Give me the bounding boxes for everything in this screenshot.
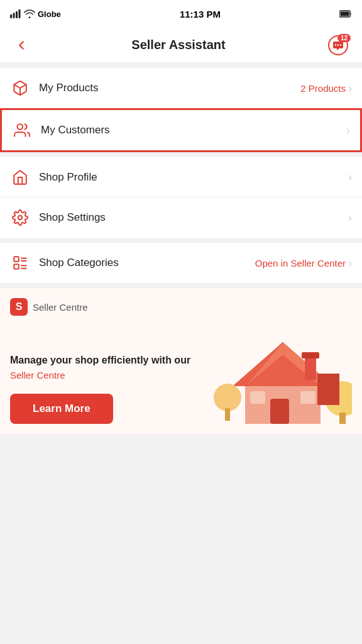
svg-point-12 — [18, 216, 23, 220]
box-icon — [10, 78, 30, 98]
status-left: Globe — [10, 9, 61, 19]
categories-icon — [10, 253, 30, 273]
chevron-right-icon: › — [348, 170, 352, 184]
chevron-right-icon: › — [348, 82, 352, 95]
shop-icon — [10, 167, 30, 187]
svg-rect-5 — [340, 12, 349, 16]
chat-button[interactable]: 12 — [324, 31, 352, 59]
seller-centre-content: Manage your shop efficiently with our Se… — [10, 353, 214, 424]
status-bar: Globe 11:13 PM — [0, 0, 362, 28]
products-section: My Products 2 Products › — [0, 68, 362, 108]
seller-centre-header-label: Seller Centre — [33, 302, 88, 313]
back-button[interactable] — [10, 34, 33, 57]
svg-rect-31 — [317, 374, 339, 405]
chat-badge: 12 — [337, 34, 351, 42]
svg-rect-2 — [16, 11, 18, 18]
svg-rect-13 — [14, 257, 19, 262]
open-seller-center-text: Open in Seller Center — [255, 258, 346, 269]
shop-settings-chevron: › — [348, 211, 352, 225]
signal-icon — [10, 9, 21, 18]
svg-rect-24 — [300, 391, 315, 404]
svg-rect-28 — [225, 408, 230, 421]
shop-profile-item[interactable]: Shop Profile › — [0, 157, 362, 197]
shop-profile-chevron: › — [348, 170, 352, 184]
shop-categories-right: Open in Seller Center › — [255, 257, 352, 270]
svg-rect-26 — [302, 352, 319, 358]
products-count: 2 Products › — [300, 82, 352, 95]
seller-centre-body-text: Manage your shop efficiently with our — [10, 353, 207, 367]
shop-settings-label: Shop Settings — [39, 211, 348, 224]
settings-icon — [10, 208, 30, 228]
svg-rect-30 — [339, 413, 346, 424]
seller-centre-body: Manage your shop efficiently with our Se… — [10, 323, 352, 424]
seller-centre-card: S Seller Centre Manage your shop efficie… — [0, 288, 362, 434]
page-title: Seller Assistant — [33, 38, 324, 52]
svg-point-11 — [17, 124, 23, 130]
shop-profile-label: Shop Profile — [39, 171, 348, 184]
learn-more-button[interactable]: Learn More — [10, 394, 113, 424]
customers-section-wrapper: My Customers › — [0, 108, 362, 152]
shop-section: Shop Profile › Shop Settings › — [0, 152, 362, 238]
customers-chevron: › — [346, 124, 350, 137]
svg-point-27 — [214, 384, 241, 411]
shop-settings-item[interactable]: Shop Settings › — [0, 197, 362, 238]
svg-rect-23 — [250, 391, 265, 404]
chevron-right-icon: › — [346, 124, 350, 137]
chevron-right-icon: › — [348, 257, 352, 270]
customers-icon — [12, 120, 32, 140]
categories-section: Shop Categories Open in Seller Center › — [0, 243, 362, 283]
my-products-label: My Products — [39, 82, 300, 94]
carrier-label: Globe — [38, 9, 61, 19]
status-right — [339, 9, 352, 18]
svg-rect-0 — [10, 14, 12, 18]
shop-categories-item[interactable]: Shop Categories Open in Seller Center › — [0, 243, 362, 283]
svg-rect-3 — [19, 9, 21, 18]
nav-bar: Seller Assistant 12 — [0, 28, 362, 63]
svg-rect-1 — [13, 13, 15, 19]
seller-centre-link[interactable]: Seller Centre — [10, 370, 65, 380]
seller-centre-header: S Seller Centre — [10, 298, 352, 316]
my-customers-label: My Customers — [41, 124, 346, 136]
house-illustration — [214, 323, 352, 424]
svg-point-9 — [340, 44, 341, 45]
svg-rect-14 — [14, 264, 19, 269]
my-products-item[interactable]: My Products 2 Products › — [0, 68, 362, 108]
svg-rect-22 — [270, 399, 289, 424]
svg-point-7 — [335, 44, 336, 45]
status-time: 11:13 PM — [180, 9, 221, 19]
svg-point-8 — [337, 44, 339, 45]
shop-categories-label: Shop Categories — [39, 257, 255, 269]
seller-centre-text: Manage your shop efficiently with our Se… — [10, 353, 214, 381]
battery-icon — [339, 9, 352, 18]
my-customers-item[interactable]: My Customers › — [2, 110, 360, 150]
seller-centre-s-icon: S — [10, 298, 28, 316]
bottom-area — [0, 434, 362, 560]
wifi-icon — [24, 9, 35, 18]
chevron-right-icon: › — [348, 211, 352, 225]
